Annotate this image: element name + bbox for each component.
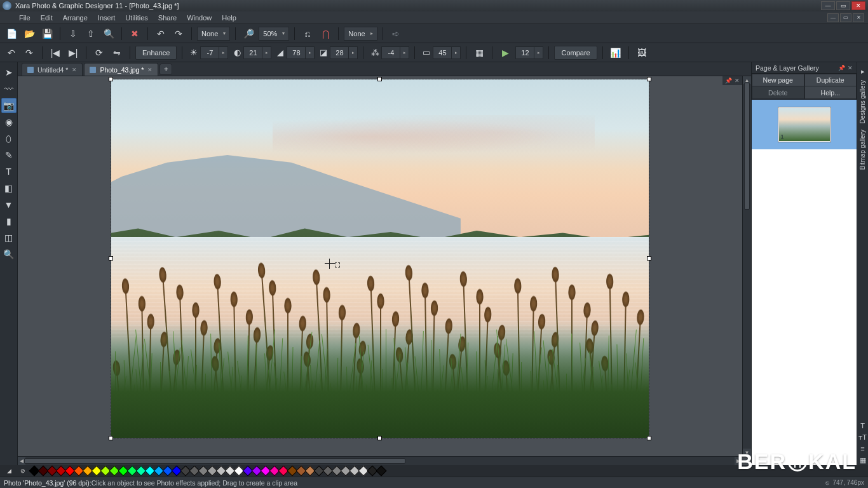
mdi-minimize-button[interactable]: — bbox=[827, 13, 839, 22]
redo2-icon[interactable]: ↷ bbox=[22, 45, 37, 60]
document-tab-1[interactable]: Photo_43.jpg * ✕ bbox=[84, 63, 158, 76]
saturation-spin[interactable]: ◢ ▸ bbox=[274, 46, 315, 60]
help-button[interactable]: Help... bbox=[804, 86, 857, 99]
handle-bot-left[interactable] bbox=[109, 436, 113, 440]
crop-input[interactable] bbox=[433, 46, 452, 59]
maximize-button[interactable]: ▭ bbox=[836, 1, 850, 10]
tab-close-icon[interactable]: ✕ bbox=[147, 67, 153, 73]
sharpen-input[interactable] bbox=[381, 46, 400, 59]
colorline-edit-icon[interactable]: ◢ bbox=[3, 466, 15, 475]
clip-gallery-icon[interactable]: ▦ bbox=[858, 455, 868, 465]
document-tab-0[interactable]: Untitled4 * ✕ bbox=[22, 63, 83, 76]
close-button[interactable]: ✕ bbox=[851, 1, 865, 10]
undo2-icon[interactable]: ↶ bbox=[4, 45, 19, 60]
menu-window[interactable]: Window bbox=[182, 13, 217, 23]
brightness-input[interactable] bbox=[200, 46, 219, 59]
flip-icon[interactable]: ⇋ bbox=[109, 45, 125, 60]
horizontal-scrollbar[interactable]: ◀ ▶ bbox=[18, 456, 742, 465]
menu-arrange[interactable]: Arrange bbox=[58, 13, 93, 23]
text-gallery-icon[interactable]: T bbox=[858, 421, 868, 431]
sharpen-step[interactable]: ▸ bbox=[400, 46, 409, 59]
brightness-step[interactable]: ▸ bbox=[219, 46, 228, 59]
menu-edit[interactable]: Edit bbox=[36, 13, 58, 23]
shadow-tool-icon[interactable]: ◫ bbox=[1, 230, 17, 245]
temperature-input[interactable] bbox=[330, 46, 349, 59]
menu-insert[interactable]: Insert bbox=[93, 13, 121, 23]
enhance-button[interactable]: Enhance bbox=[135, 46, 177, 60]
arrow-right-icon[interactable]: ➪ bbox=[388, 26, 403, 41]
text2-gallery-icon[interactable]: ᴛT bbox=[858, 432, 868, 442]
sharpen-spin[interactable]: ⁂ ▸ bbox=[369, 46, 409, 60]
photo-selection[interactable] bbox=[111, 79, 649, 438]
fill-tool-icon[interactable]: ▼ bbox=[1, 197, 17, 212]
undo-icon[interactable]: ↶ bbox=[153, 26, 168, 41]
handle-mid-right[interactable] bbox=[647, 256, 651, 261]
handle-top-right[interactable] bbox=[647, 77, 651, 81]
anim-input[interactable] bbox=[515, 46, 534, 59]
vertical-scrollbar[interactable]: ▲ ▼ bbox=[742, 76, 751, 456]
line-gallery-icon[interactable]: ≡ bbox=[858, 444, 868, 454]
duplicate-button[interactable]: Duplicate bbox=[804, 74, 857, 86]
new-icon[interactable]: 📄 bbox=[4, 26, 19, 41]
play-icon[interactable]: ▶ bbox=[498, 45, 513, 60]
histogram-icon[interactable]: 📊 bbox=[608, 45, 623, 60]
pen-tool-icon[interactable]: ✎ bbox=[1, 147, 17, 163]
add-tab-button[interactable]: + bbox=[159, 64, 172, 75]
minimize-button[interactable]: — bbox=[821, 1, 835, 10]
magnet-icon[interactable]: ⋂ bbox=[318, 26, 333, 41]
redo-icon[interactable]: ↷ bbox=[171, 26, 186, 41]
zoom2-tool-icon[interactable]: 🔍 bbox=[1, 247, 17, 262]
freehand-tool-icon[interactable]: 〰 bbox=[1, 81, 17, 97]
preview-icon[interactable]: 🔍 bbox=[101, 26, 116, 41]
delete-icon[interactable]: ✖ bbox=[127, 26, 142, 41]
shape-tool-icon[interactable]: ⬯ bbox=[1, 131, 17, 146]
handle-top-mid[interactable] bbox=[377, 77, 382, 81]
handle-bot-mid[interactable] bbox=[377, 436, 382, 440]
last-icon[interactable]: ▶| bbox=[65, 45, 81, 60]
saturation-input[interactable] bbox=[287, 46, 306, 59]
colorline-none-icon[interactable]: ⊘ bbox=[17, 466, 29, 475]
handle-top-left[interactable] bbox=[109, 77, 113, 81]
contrast-spin[interactable]: ◐ ▸ bbox=[231, 46, 271, 60]
mdi-restore-button[interactable]: ▭ bbox=[840, 13, 851, 22]
delete-button[interactable]: Delete bbox=[752, 86, 804, 99]
contrast-input[interactable] bbox=[243, 46, 262, 59]
temperature-spin[interactable]: ◪ ▸ bbox=[317, 46, 358, 60]
transparency-tool-icon[interactable]: ▮ bbox=[1, 214, 17, 229]
rotate-icon[interactable]: ⟳ bbox=[92, 45, 107, 60]
anim-spin[interactable]: ▸ bbox=[515, 46, 543, 60]
open-icon[interactable]: 📂 bbox=[22, 26, 37, 41]
filter-mode-select[interactable]: None▾ bbox=[197, 27, 230, 41]
vscroll-thumb[interactable] bbox=[744, 83, 750, 210]
redeye-tool-icon[interactable]: ◉ bbox=[1, 114, 17, 130]
contrast-step[interactable]: ▸ bbox=[262, 46, 271, 59]
snap-icon[interactable]: ⎌ bbox=[300, 26, 315, 41]
gallery-toggle-icon[interactable]: ▸ bbox=[858, 66, 868, 76]
zoom-select[interactable]: 50%▾ bbox=[259, 27, 289, 41]
blend-mode-select[interactable]: None▸ bbox=[344, 27, 377, 41]
eraser-tool-icon[interactable]: ◧ bbox=[1, 180, 17, 196]
panorama-icon[interactable]: 🖼 bbox=[634, 45, 649, 60]
brightness-spin[interactable]: ☀ ▸ bbox=[187, 46, 228, 60]
export-icon[interactable]: ⇧ bbox=[83, 26, 98, 41]
handle-bot-right[interactable] bbox=[647, 436, 651, 440]
menu-file[interactable]: File bbox=[14, 13, 36, 23]
page-thumbnail-list[interactable]: 1 bbox=[752, 99, 857, 465]
save-icon[interactable]: 💾 bbox=[39, 26, 55, 41]
mdi-close-button[interactable]: ✕ bbox=[853, 13, 864, 22]
new-page-button[interactable]: New page bbox=[752, 74, 804, 86]
tab-close-icon[interactable]: ✕ bbox=[72, 67, 77, 73]
saturation-step[interactable]: ▸ bbox=[306, 46, 315, 59]
handle-mid-left[interactable] bbox=[109, 256, 113, 261]
crop-step[interactable]: ▸ bbox=[452, 46, 461, 59]
page-thumbnail-selected[interactable]: 1 bbox=[752, 100, 857, 149]
first-icon[interactable]: |◀ bbox=[48, 45, 63, 60]
import-icon[interactable]: ⇩ bbox=[65, 26, 81, 41]
menu-share[interactable]: Share bbox=[153, 13, 182, 23]
panel-header[interactable]: Page & Layer Gallery 📌✕ bbox=[752, 62, 857, 74]
anim-step[interactable]: ▸ bbox=[534, 46, 543, 59]
menu-utilities[interactable]: Utilities bbox=[120, 13, 153, 23]
color-picker-icon[interactable]: ▦ bbox=[471, 45, 487, 60]
photo-tool-icon[interactable]: 📷 bbox=[1, 98, 17, 113]
selector-tool-icon[interactable]: ➤ bbox=[1, 65, 17, 80]
